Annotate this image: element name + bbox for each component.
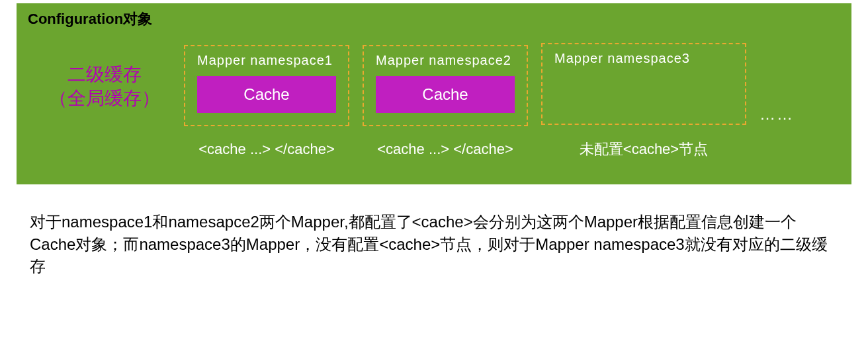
namespace-title: Mapper namespace1 xyxy=(197,53,336,68)
namespaces-wrapper: Mapper namespace1 Cache <cache ...> </ca… xyxy=(184,43,833,159)
configuration-box: Configuration对象 二级缓存 （全局缓存） Mapper names… xyxy=(17,3,851,184)
second-level-cache-label: 二级缓存 （全局缓存） xyxy=(35,43,174,111)
cache-label-line2: （全局缓存） xyxy=(35,87,174,110)
cache-label-line1: 二级缓存 xyxy=(35,63,174,87)
ellipsis-indicator: …… xyxy=(760,79,794,124)
namespace-column-2: Mapper namespace2 Cache <cache ...> </ca… xyxy=(363,45,528,158)
configuration-title: Configuration对象 xyxy=(19,5,849,33)
namespace-box-1: Mapper namespace1 Cache xyxy=(184,45,349,126)
namespace-title: Mapper namespace3 xyxy=(554,51,733,66)
description-text: 对于namespace1和namesapce2两个Mapper,都配置了<cac… xyxy=(0,204,868,284)
namespace-title: Mapper namespace2 xyxy=(376,53,515,68)
diagram-container: Configuration对象 二级缓存 （全局缓存） Mapper names… xyxy=(0,3,868,284)
namespace-caption: <cache ...> </cache> xyxy=(198,141,334,158)
namespace-box-3: Mapper namespace3 xyxy=(541,43,746,125)
namespace-caption: 未配置<cache>节点 xyxy=(580,139,708,159)
namespace-caption: <cache ...> </cache> xyxy=(377,141,513,158)
namespace-box-2: Mapper namespace2 Cache xyxy=(363,45,528,126)
cache-block: Cache xyxy=(197,76,336,113)
namespace-column-3: Mapper namespace3 未配置<cache>节点 xyxy=(541,43,746,159)
configuration-content: 二级缓存 （全局缓存） Mapper namespace1 Cache <cac… xyxy=(19,33,849,182)
cache-block: Cache xyxy=(376,76,515,113)
namespace-column-1: Mapper namespace1 Cache <cache ...> </ca… xyxy=(184,45,349,158)
